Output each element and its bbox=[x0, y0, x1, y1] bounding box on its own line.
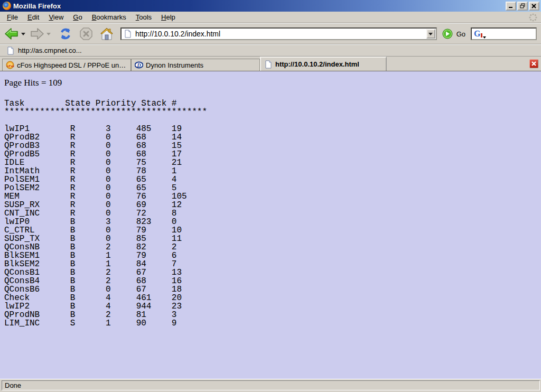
url-input[interactable] bbox=[132, 30, 426, 38]
url-history-dropdown[interactable] bbox=[426, 29, 435, 39]
close-tab-icon bbox=[531, 61, 536, 66]
window-title: Mozilla Firefox bbox=[13, 2, 61, 10]
search-input[interactable] bbox=[486, 30, 523, 38]
bookmark-label: http://as.cmpnet.co... bbox=[18, 46, 82, 54]
back-button[interactable] bbox=[3, 26, 20, 41]
task-table: Task State Priority Stack # ************… bbox=[4, 99, 541, 328]
throbber-icon bbox=[528, 13, 538, 22]
tabbar: cFos cFos Highspeed DSL / PPPoE und ISDN… bbox=[0, 57, 541, 71]
page-icon bbox=[124, 30, 132, 38]
bookmark-item[interactable]: http://as.cmpnet.co... bbox=[4, 45, 84, 56]
bookmarks-toolbar: http://as.cmpnet.co... bbox=[0, 44, 541, 57]
menu-edit[interactable]: Edit bbox=[23, 12, 44, 23]
minimize-icon bbox=[508, 4, 514, 8]
home-button[interactable] bbox=[98, 26, 115, 42]
close-tab-button[interactable] bbox=[529, 59, 538, 68]
menubar: FileEditViewGoBookmarksToolsHelp bbox=[0, 12, 541, 23]
search-engine-caret[interactable] bbox=[483, 36, 486, 39]
page-hits-text: Page Hits = 109 bbox=[4, 78, 541, 88]
go-label[interactable]: Go bbox=[456, 30, 465, 38]
svg-text:D: D bbox=[137, 62, 141, 68]
tab-label: Dynon Instruments bbox=[146, 61, 203, 69]
tab-cfos[interactable]: cFos cFos Highspeed DSL / PPPoE und ISDN… bbox=[2, 59, 131, 71]
reload-button[interactable] bbox=[57, 26, 74, 42]
minimize-button[interactable] bbox=[506, 2, 516, 11]
forward-button[interactable] bbox=[29, 26, 45, 41]
search-box: G bbox=[471, 27, 537, 40]
reload-icon bbox=[58, 27, 73, 41]
tab-label: http://10.0.10.2/index.html bbox=[275, 60, 359, 68]
status-text: Done bbox=[2, 380, 540, 390]
stop-icon bbox=[79, 27, 93, 41]
back-dropdown-caret[interactable] bbox=[21, 33, 25, 35]
svg-text:cFos: cFos bbox=[7, 64, 14, 68]
stop-button[interactable] bbox=[78, 26, 94, 42]
forward-dropdown-caret[interactable] bbox=[46, 33, 51, 35]
window-controls bbox=[506, 2, 539, 11]
home-icon bbox=[99, 27, 114, 41]
menu-view[interactable]: View bbox=[44, 12, 68, 23]
cfos-icon: cFos bbox=[6, 61, 14, 69]
close-button[interactable] bbox=[529, 2, 539, 11]
go-button[interactable] bbox=[441, 27, 454, 40]
back-icon bbox=[4, 27, 19, 40]
dynon-icon: D bbox=[135, 61, 143, 69]
menu-tools[interactable]: Tools bbox=[131, 12, 156, 23]
restore-button[interactable] bbox=[517, 2, 528, 11]
tab-active-index[interactable]: http://10.0.10.2/index.html bbox=[260, 57, 387, 71]
page-content: Page Hits = 109 Task State Priority Stac… bbox=[0, 71, 541, 379]
go-icon bbox=[442, 29, 453, 39]
urlbar bbox=[120, 27, 437, 40]
page-icon bbox=[264, 60, 273, 69]
statusbar: Done bbox=[0, 379, 541, 392]
restore-icon bbox=[520, 3, 525, 8]
google-engine-icon-mark bbox=[481, 33, 482, 38]
close-icon bbox=[531, 4, 537, 8]
page-icon bbox=[6, 46, 15, 55]
browser-window: Mozilla Firefox FileEditViewGoBookmarksT… bbox=[0, 0, 541, 392]
menu-bookmarks[interactable]: Bookmarks bbox=[87, 12, 131, 23]
menu-go[interactable]: Go bbox=[68, 12, 87, 23]
menu-file[interactable]: File bbox=[2, 12, 23, 23]
navigation-toolbar: Go G bbox=[0, 23, 541, 44]
forward-icon bbox=[30, 27, 44, 40]
url-dropdown-caret bbox=[428, 33, 433, 35]
tab-label: cFos Highspeed DSL / PPPoE und ISDN CAP.… bbox=[17, 61, 127, 69]
google-engine-icon[interactable]: G bbox=[474, 30, 480, 38]
menu-help[interactable]: Help bbox=[156, 12, 180, 23]
firefox-logo-icon bbox=[3, 2, 11, 10]
tab-dynon[interactable]: D Dynon Instruments bbox=[131, 59, 260, 71]
titlebar: Mozilla Firefox bbox=[0, 0, 541, 12]
